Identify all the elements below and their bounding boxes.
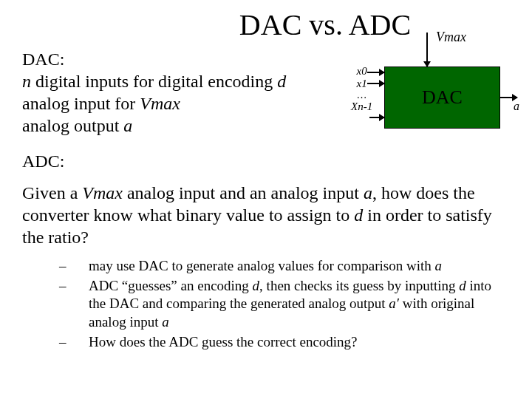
bullet-2-text: ADC “guesses” an encoding d, then checks… (89, 277, 510, 332)
b1-a: a (435, 258, 443, 273)
dac-line2: analog input for Vmax (22, 92, 286, 115)
bullet-3: – How does the ADC guess the correct enc… (59, 333, 510, 352)
dac-line2-pre: analog input for (22, 94, 140, 113)
b2-a: a (162, 314, 169, 330)
arrow-xn (369, 117, 384, 118)
dac-line3-pre: analog output (22, 116, 123, 135)
b2-2: , then checks its guess by inputting (259, 278, 459, 293)
bullet-list: – may use DAC to generate analog values … (22, 257, 510, 351)
bullet-1: – may use DAC to generate analog values … (59, 257, 510, 276)
dac-line3: analog output a (22, 115, 286, 137)
var-d-2: d (354, 205, 363, 225)
bullet-dash-icon: – (59, 277, 89, 332)
arrow-x1 (367, 83, 384, 84)
adc-heading: ADC: (22, 151, 510, 171)
dac-text: DAC: n digital inputs for digital encodi… (22, 48, 286, 137)
var-a-2: a (364, 183, 372, 202)
vmax-arrow (426, 33, 428, 66)
b1-pre: may use DAC to generate analog values fo… (89, 258, 435, 273)
dac-box: DAC (384, 66, 500, 129)
b2-d: d (253, 278, 260, 293)
slide: DAC vs. ADC Vmax DAC x0 x1 … Xn-1 a DAC:… (0, 0, 532, 399)
dac-line1: n digital inputs for digital encoding d (22, 70, 286, 92)
adc-body-1: Given a (22, 183, 82, 202)
label-dots: … (351, 89, 372, 100)
var-vmax: Vmax (140, 94, 180, 113)
label-out: a (514, 100, 519, 113)
bullet-1-text: may use DAC to generate analog values fo… (89, 257, 510, 276)
var-a: a (123, 116, 132, 135)
dac-heading: DAC: (22, 48, 286, 70)
adc-body-2: analog input and an analog input (123, 183, 364, 202)
var-d: d (277, 72, 286, 91)
b2-aprime: a′ (389, 296, 399, 311)
bullet-3-text: How does the ADC guess the correct encod… (89, 333, 510, 352)
dac-line1-mid: digital inputs for digital encoding (31, 72, 277, 91)
arrow-out (499, 97, 517, 98)
bullet-2: – ADC “guesses” an encoding d, then chec… (59, 277, 510, 332)
arrow-x0 (367, 72, 384, 73)
bullet-dash-icon: – (59, 257, 89, 276)
var-n: n (22, 72, 31, 91)
dac-diagram: Vmax DAC x0 x1 … Xn-1 a (329, 30, 521, 133)
b2-1: ADC “guesses” an encoding (89, 278, 253, 293)
bullet-dash-icon: – (59, 333, 89, 352)
adc-body: Given a Vmax analog input and an analog … (22, 182, 510, 248)
b2-d2: d (459, 278, 466, 293)
var-vmax-2: Vmax (82, 183, 123, 202)
vmax-label: Vmax (436, 30, 466, 45)
label-xn: Xn-1 (351, 100, 372, 113)
